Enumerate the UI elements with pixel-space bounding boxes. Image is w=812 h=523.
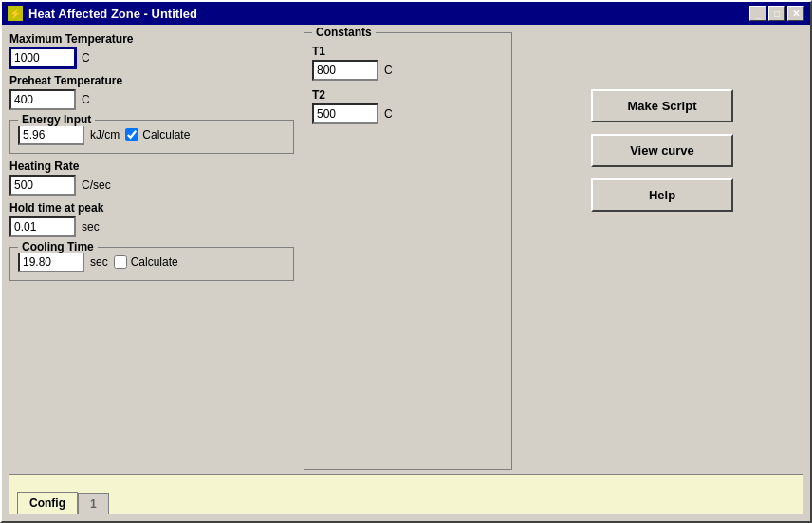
right-panel: Make Script View curve Help — [522, 32, 803, 470]
constants-content: T1 C T2 C — [312, 41, 504, 124]
tab-1[interactable]: 1 — [78, 493, 109, 514]
title-bar: ⚡ Heat Affected Zone - Untitled _ □ ✕ — [2, 2, 810, 25]
main-window: ⚡ Heat Affected Zone - Untitled _ □ ✕ Ma… — [0, 0, 812, 523]
hold-time-unit: sec — [82, 220, 100, 233]
help-button[interactable]: Help — [591, 178, 733, 212]
max-temp-input[interactable] — [9, 47, 76, 68]
max-temp-row: C — [9, 47, 294, 68]
t2-label: T2 — [312, 88, 504, 102]
app-icon: ⚡ — [8, 6, 23, 21]
view-curve-button[interactable]: View curve — [591, 134, 733, 167]
heating-rate-unit: C/sec — [82, 178, 111, 192]
energy-calculate-row: Calculate — [125, 128, 190, 141]
close-button[interactable]: ✕ — [787, 6, 804, 21]
hold-time-input[interactable] — [9, 216, 76, 237]
t2-input[interactable] — [312, 103, 378, 124]
max-temp-label: Maximum Temperature — [9, 32, 294, 46]
cooling-group-label: Cooling Time — [18, 240, 98, 253]
preheat-input[interactable] — [9, 89, 76, 110]
cooling-calculate-row: Calculate — [114, 255, 178, 269]
left-panel: Maximum Temperature C Preheat Temperatur… — [9, 32, 294, 470]
t1-input[interactable] — [312, 60, 378, 81]
energy-calculate-label: Calculate — [142, 128, 190, 141]
energy-input[interactable] — [18, 124, 84, 145]
title-bar-left: ⚡ Heat Affected Zone - Untitled — [8, 6, 197, 21]
heating-rate-row: C/sec — [9, 175, 294, 196]
constants-box: Constants T1 C T2 — [304, 32, 512, 470]
hold-time-row: sec — [9, 216, 294, 237]
heating-rate-label: Heating Rate — [9, 159, 294, 173]
energy-unit: kJ/cm — [90, 128, 120, 141]
cooling-input[interactable] — [18, 252, 84, 272]
cooling-unit: sec — [90, 255, 108, 269]
max-temp-unit: C — [82, 51, 90, 65]
t1-unit: C — [384, 64, 393, 77]
preheat-unit: C — [82, 93, 90, 106]
main-area: Maximum Temperature C Preheat Temperatur… — [9, 32, 803, 470]
energy-row: kJ/cm Calculate — [18, 124, 286, 145]
hold-time-group: Hold time at peak sec — [9, 201, 294, 237]
maximize-button[interactable]: □ — [768, 6, 785, 21]
constants-label: Constants — [312, 26, 376, 39]
preheat-label: Preheat Temperature — [9, 74, 294, 87]
preheat-temp-group: Preheat Temperature C — [9, 74, 294, 110]
cooling-calculate-checkbox[interactable] — [114, 255, 127, 269]
t1-group: T1 C — [312, 45, 504, 81]
energy-input-group: Energy Input kJ/cm Calculate — [9, 120, 294, 154]
heating-rate-group: Heating Rate C/sec — [9, 159, 294, 196]
middle-panel: Constants T1 C T2 — [304, 32, 512, 470]
window-content: Maximum Temperature C Preheat Temperatur… — [2, 25, 810, 521]
heating-rate-input[interactable] — [9, 175, 76, 196]
t1-row: C — [312, 60, 504, 81]
t2-unit: C — [384, 107, 393, 121]
max-temp-group: Maximum Temperature C — [9, 32, 294, 68]
t2-group: T2 C — [312, 88, 504, 124]
cooling-time-group: Cooling Time sec Calculate — [9, 247, 294, 281]
energy-group-label: Energy Input — [18, 113, 95, 126]
tab-config[interactable]: Config — [17, 492, 78, 514]
hold-time-label: Hold time at peak — [9, 201, 294, 215]
t1-label: T1 — [312, 45, 504, 58]
minimize-button[interactable]: _ — [749, 6, 766, 21]
title-buttons: _ □ ✕ — [749, 6, 804, 21]
preheat-row: C — [9, 89, 294, 110]
energy-calculate-checkbox[interactable] — [125, 128, 138, 141]
cooling-row: sec Calculate — [18, 252, 286, 272]
tab-bar: Config 1 — [9, 474, 803, 514]
window-title: Heat Affected Zone - Untitled — [28, 7, 197, 21]
t2-row: C — [312, 103, 504, 124]
make-script-button[interactable]: Make Script — [591, 89, 733, 122]
cooling-calculate-label: Calculate — [131, 255, 178, 269]
